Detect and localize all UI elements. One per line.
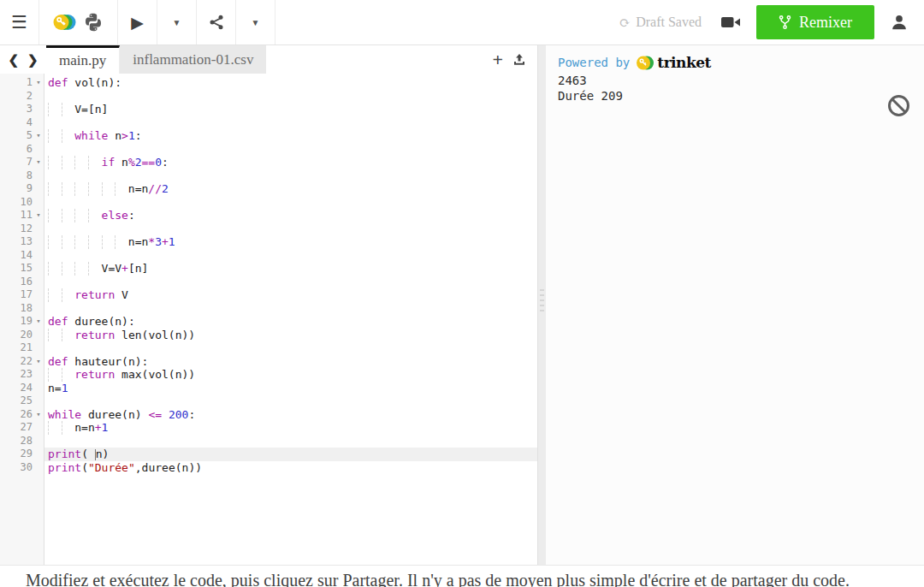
code-token: if bbox=[102, 156, 116, 169]
code-line-content[interactable] bbox=[44, 276, 537, 289]
upload-file-icon[interactable] bbox=[512, 52, 527, 68]
line-number: 5 bbox=[0, 129, 33, 143]
indent-guide bbox=[115, 235, 128, 249]
video-button[interactable] bbox=[720, 0, 741, 44]
gutter-cell: 25 bbox=[0, 394, 44, 408]
fold-arrow-icon[interactable]: ▾ bbox=[33, 315, 44, 329]
gutter-cell: 27 bbox=[0, 421, 44, 435]
fold-arrow-icon[interactable]: ▾ bbox=[33, 408, 44, 422]
code-token: // bbox=[148, 182, 162, 195]
code-line: 17return V bbox=[0, 288, 537, 302]
code-line-content[interactable]: print( n) bbox=[44, 448, 537, 461]
code-line-content[interactable] bbox=[44, 116, 537, 130]
code-token: print bbox=[48, 448, 81, 460]
code-line-content[interactable]: return max(vol(n)) bbox=[44, 368, 537, 382]
code-line: 24n=1 bbox=[0, 382, 537, 395]
share-options-button[interactable]: ▼ bbox=[236, 0, 275, 44]
tab-nav: ❮ ❯ bbox=[0, 45, 46, 74]
code-line: 12 bbox=[0, 222, 537, 236]
code-token: 2 bbox=[135, 156, 142, 169]
run-options-button[interactable]: ▼ bbox=[157, 0, 197, 44]
code-line-content[interactable]: while duree(n) <= 200: bbox=[44, 408, 537, 422]
fold-arrow-icon[interactable]: ▾ bbox=[33, 129, 44, 143]
fold-arrow-icon[interactable]: ▾ bbox=[33, 156, 44, 169]
prev-tab-icon[interactable]: ❮ bbox=[8, 52, 19, 68]
code-line-content[interactable] bbox=[44, 302, 537, 316]
code-line-content[interactable]: n=1 bbox=[44, 382, 537, 395]
draft-status: ⟳ Draft Saved bbox=[619, 0, 702, 44]
code-line-content[interactable]: n=n*3+1 bbox=[44, 235, 537, 249]
code-line-content[interactable]: print("Durée",duree(n)) bbox=[44, 461, 537, 475]
fold-spacer bbox=[33, 143, 44, 157]
code-line-content[interactable]: def hauteur(n): bbox=[44, 355, 537, 369]
code-line-content[interactable]: n=n+1 bbox=[44, 421, 537, 435]
code-line-content[interactable] bbox=[44, 394, 537, 408]
code-token: 3 bbox=[155, 235, 162, 248]
fold-arrow-icon[interactable]: ▾ bbox=[33, 76, 44, 90]
code-line-content[interactable]: n=n//2 bbox=[44, 182, 537, 196]
code-token: n bbox=[115, 156, 128, 169]
line-number: 23 bbox=[0, 368, 33, 382]
line-number: 10 bbox=[0, 196, 33, 210]
code-line-content[interactable] bbox=[44, 196, 537, 210]
share-button[interactable] bbox=[197, 0, 236, 44]
tab-main-py[interactable]: main.py bbox=[46, 45, 120, 74]
pane-resize-handle[interactable] bbox=[537, 45, 546, 565]
code-line-content[interactable] bbox=[44, 435, 537, 448]
code-token: 2 bbox=[162, 182, 169, 195]
code-line-content[interactable] bbox=[44, 143, 537, 157]
code-token: % bbox=[128, 156, 135, 169]
code-line-content[interactable] bbox=[44, 249, 537, 263]
code-token: n=n bbox=[74, 421, 94, 434]
code-line: 19▾def duree(n): bbox=[0, 315, 537, 329]
code-line-content[interactable]: while n>1: bbox=[44, 129, 537, 143]
trinket-brand-label[interactable]: trinket bbox=[657, 54, 711, 71]
menu-button[interactable]: ☰ bbox=[0, 0, 39, 44]
tab-inflammation-csv[interactable]: inflammation-01.csv bbox=[120, 45, 266, 74]
fold-arrow-icon[interactable]: ▾ bbox=[33, 209, 44, 222]
fold-spacer bbox=[33, 262, 44, 276]
fold-spacer bbox=[33, 341, 44, 355]
code-line-content[interactable]: def vol(n): bbox=[44, 76, 537, 90]
code-line-content[interactable] bbox=[44, 169, 537, 183]
tab-label: inflammation-01.csv bbox=[133, 51, 253, 68]
remix-button[interactable]: Remixer bbox=[756, 5, 874, 39]
user-button[interactable] bbox=[874, 0, 924, 44]
code-line-content[interactable]: V=V+[n] bbox=[44, 262, 537, 276]
line-number: 6 bbox=[0, 143, 33, 157]
indent-guide bbox=[74, 262, 88, 276]
code-line-content[interactable]: return V bbox=[44, 288, 537, 302]
code-token: == bbox=[142, 156, 156, 169]
code-line-content[interactable]: def duree(n): bbox=[44, 315, 537, 329]
run-button[interactable]: ▶ bbox=[118, 0, 157, 44]
code-line-content[interactable] bbox=[44, 90, 537, 104]
indent-guide bbox=[102, 235, 116, 249]
next-tab-icon[interactable]: ❯ bbox=[27, 52, 38, 68]
gutter-cell: 28 bbox=[0, 435, 44, 448]
fold-spacer bbox=[33, 382, 44, 395]
fold-arrow-icon[interactable]: ▾ bbox=[33, 355, 44, 369]
code-line: 9n=n//2 bbox=[0, 182, 537, 196]
code-line-content[interactable]: else: bbox=[44, 209, 537, 222]
console-output-line: 2463 bbox=[558, 73, 912, 88]
code-token: return bbox=[74, 368, 115, 381]
ban-icon[interactable] bbox=[887, 94, 910, 117]
gutter-cell: 18 bbox=[0, 302, 44, 316]
indent-guide bbox=[62, 209, 75, 222]
code-token: 1 bbox=[128, 129, 135, 142]
code-line-content[interactable]: return len(vol(n)) bbox=[44, 329, 537, 342]
code-line-content[interactable] bbox=[44, 341, 537, 355]
code-line-content[interactable]: if n%2==0: bbox=[44, 156, 537, 169]
powered-by-link[interactable]: Powered by bbox=[558, 56, 630, 69]
indent-guide bbox=[48, 235, 62, 249]
menu-icon: ☰ bbox=[11, 14, 27, 32]
code-line: 7▾if n%2==0: bbox=[0, 156, 537, 169]
code-line-content[interactable]: V=[n] bbox=[44, 103, 537, 116]
code-line-content[interactable] bbox=[44, 222, 537, 236]
line-number: 3 bbox=[0, 103, 33, 116]
code-token: n=n bbox=[128, 235, 148, 248]
code-line: 8 bbox=[0, 169, 537, 183]
code-editor[interactable]: 1▾def vol(n):23V=[n]45▾while n>1:67▾if n… bbox=[0, 74, 537, 565]
add-file-icon[interactable]: + bbox=[492, 50, 503, 69]
gutter-cell: 4 bbox=[0, 116, 44, 130]
